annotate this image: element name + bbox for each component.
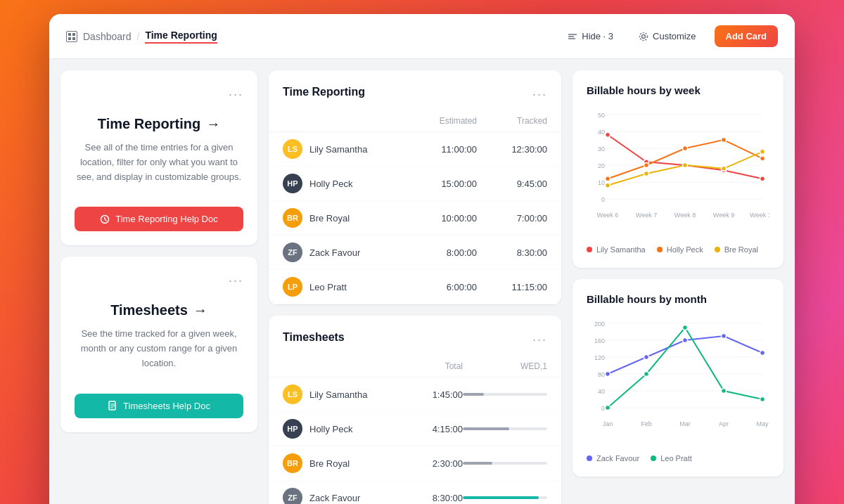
table-row: LS Lily Samantha 11:00:00 12:30:00 xyxy=(269,132,561,167)
legend-dot xyxy=(587,455,592,461)
legend-item: Leo Pratt xyxy=(651,454,692,463)
tracked-value: 7:00:00 xyxy=(477,213,547,224)
dashboard-icon xyxy=(66,31,77,42)
estimated-value: 10:00:00 xyxy=(407,213,477,224)
timesheets-table-title: Timesheets xyxy=(283,331,345,344)
svg-text:40: 40 xyxy=(598,388,605,395)
tracked-value: 12:30:00 xyxy=(477,144,547,155)
svg-text:160: 160 xyxy=(594,337,605,344)
legend-dot xyxy=(715,247,720,252)
monthly-chart-title: Billable hours by month xyxy=(587,293,769,305)
person-cell: LS Lily Samantha xyxy=(283,385,407,404)
table-row: BR Bre Royal 2:30:00 xyxy=(269,446,561,481)
card-menu-timesheets[interactable]: ... xyxy=(229,271,243,285)
svg-point-39 xyxy=(644,163,649,168)
timesheets-title: Timesheets → xyxy=(110,302,207,318)
svg-point-74 xyxy=(760,397,765,402)
progress-fill xyxy=(463,393,484,396)
legend-label: Leo Pratt xyxy=(660,454,692,463)
table-row: LS Lily Samantha 1:45:00 xyxy=(269,377,561,412)
svg-point-72 xyxy=(683,325,688,330)
timesheets-help-label: Timesheets Help Doc xyxy=(123,401,210,411)
hide-button[interactable]: Hide · 3 xyxy=(561,27,620,46)
svg-point-71 xyxy=(644,372,649,377)
svg-text:Jan: Jan xyxy=(603,420,613,427)
svg-text:Week 7: Week 7 xyxy=(636,212,657,219)
legend-item: Holly Peck xyxy=(657,245,703,254)
weekly-legend: Lily SamanthaHolly PeckBre Royal xyxy=(587,245,769,254)
svg-point-40 xyxy=(683,146,688,151)
avatar: HP xyxy=(283,174,302,193)
timesheets-col-headers: Total WED,1 xyxy=(269,356,561,377)
table-row: HP Holly Peck 4:15:00 xyxy=(269,412,561,446)
time-reporting-help-button[interactable]: Time Reporting Help Doc xyxy=(75,207,243,231)
legend-dot xyxy=(587,247,592,252)
svg-point-37 xyxy=(760,176,765,181)
person-name: Zack Favour xyxy=(309,247,360,258)
svg-point-47 xyxy=(760,149,765,154)
person-name: Zack Favour xyxy=(309,493,360,503)
time-reporting-table-menu[interactable]: ... xyxy=(532,84,547,99)
timesheets-table-menu[interactable]: ... xyxy=(532,330,547,344)
tracked-value: 9:45:00 xyxy=(477,179,547,189)
monthly-legend: Zack FavourLeo Pratt xyxy=(587,454,769,463)
svg-text:Mar: Mar xyxy=(679,420,691,427)
card-header-time: ... xyxy=(75,84,243,99)
table-row: LP Leo Pratt 6:00:00 11:15:00 xyxy=(269,270,561,304)
person-name: Lily Samantha xyxy=(309,389,367,400)
timesheets-desc: See the time tracked for a given week, m… xyxy=(75,327,243,370)
right-column: Billable hours by week 01020304050Week 6… xyxy=(573,70,784,504)
customize-button[interactable]: Customize xyxy=(632,27,703,46)
svg-point-46 xyxy=(722,166,727,171)
svg-text:40: 40 xyxy=(598,129,605,136)
time-reporting-table-card: Time Reporting ... Estimated Tracked LS … xyxy=(269,70,561,304)
col-total-header: Total xyxy=(407,361,463,371)
clock-icon xyxy=(100,214,110,224)
add-card-button[interactable]: Add Card xyxy=(715,25,779,47)
svg-point-67 xyxy=(683,338,688,343)
legend-label: Holly Peck xyxy=(667,245,703,254)
timesheets-table-card: Timesheets ... Total WED,1 LS Lily Saman… xyxy=(269,316,561,504)
svg-text:0: 0 xyxy=(601,196,605,203)
legend-item: Bre Royal xyxy=(715,245,758,254)
avatar: ZF xyxy=(283,243,302,262)
card-menu-time[interactable]: ... xyxy=(229,84,243,99)
monthly-chart-svg: 04080120160200JanFebMarAprMay xyxy=(587,316,769,443)
tracked-value: 8:30:00 xyxy=(477,247,547,258)
legend-dot xyxy=(651,455,656,461)
legend-dot xyxy=(657,247,663,252)
dashboard-grid: ... Time Reporting → See all of the time… xyxy=(49,59,795,504)
svg-point-65 xyxy=(606,372,610,377)
col-estimated-header: Estimated xyxy=(407,116,477,126)
left-column: ... Time Reporting → See all of the time… xyxy=(60,70,257,504)
progress-bar-container xyxy=(463,462,547,465)
timesheets-info-card: ... Timesheets → See the time tracked fo… xyxy=(60,257,257,432)
svg-point-43 xyxy=(606,183,610,188)
time-reporting-help-label: Time Reporting Help Doc xyxy=(115,214,217,224)
col-tracked-header: Tracked xyxy=(477,116,547,126)
progress-fill xyxy=(463,496,539,499)
progress-bar-container xyxy=(463,427,547,430)
svg-text:10: 10 xyxy=(598,179,605,186)
svg-text:80: 80 xyxy=(598,371,605,378)
svg-point-38 xyxy=(606,176,610,181)
total-value: 8:30:00 xyxy=(407,493,463,503)
arrow-icon-timesheets: → xyxy=(193,302,207,318)
breadcrumb-current: Time Reporting xyxy=(145,30,217,44)
time-reporting-title: Time Reporting → xyxy=(98,116,220,132)
progress-bar xyxy=(463,462,547,465)
avatar: LP xyxy=(283,277,302,297)
svg-rect-1 xyxy=(72,33,75,36)
weekly-chart-title: Billable hours by week xyxy=(587,84,769,96)
estimated-value: 6:00:00 xyxy=(407,282,477,292)
middle-column: Time Reporting ... Estimated Tracked LS … xyxy=(269,70,561,504)
breadcrumb-dashboard[interactable]: Dashboard xyxy=(83,31,132,42)
svg-text:120: 120 xyxy=(594,354,605,361)
header-actions: Hide · 3 Customize Add Card xyxy=(561,25,778,47)
progress-bar-container xyxy=(463,496,547,499)
person-name: Holly Peck xyxy=(309,179,352,189)
svg-point-68 xyxy=(722,334,727,339)
person-name: Bre Royal xyxy=(309,213,350,224)
legend-item: Lily Samantha xyxy=(587,245,646,254)
timesheets-help-button[interactable]: Timesheets Help Doc xyxy=(75,394,243,418)
